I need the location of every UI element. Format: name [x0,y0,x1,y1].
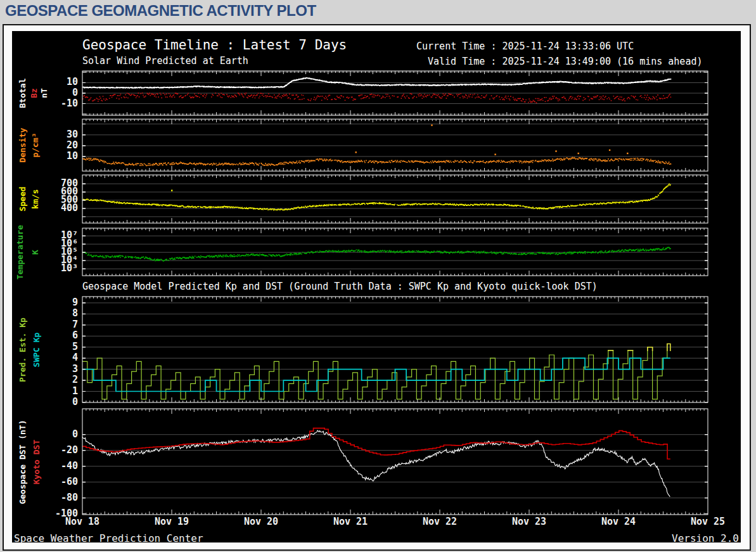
y-tick-label: 30 [48,130,78,139]
axis-label: K [31,250,39,255]
y-tick-label: 10 [48,77,78,87]
x-tick-label: Nov 20 [244,517,278,527]
x-tick-label: Nov 23 [512,517,546,527]
plot-title: Geospace Timeline : Latest 7 Days [82,37,347,53]
axis-label: Bz [30,88,38,98]
geospace-activity-page: GEOSPACE GEOMAGNETIC ACTIVITY PLOT Geosp… [0,0,756,552]
x-tick-label: Nov 24 [601,517,636,527]
footer-source-label: Space Weather Prediction Center [14,532,203,544]
axis-label: p/cm³ [31,132,39,157]
x-tick-label: Nov 21 [333,517,368,527]
axis-label: km/s [31,189,39,209]
axis-label: Kyoto DST [32,439,41,484]
y-tick-label: 4 [48,353,78,363]
y-tick-label: -40 [48,461,78,471]
valid-time-label: Valid Time : 2025-11-24 13:49:00 (16 min… [428,56,702,67]
x-tick-label: Nov 18 [65,517,99,527]
y-tick-label: 6 [48,331,78,340]
plot-canvas: Geospace Timeline : Latest 7 Days Curren… [12,31,741,542]
axis-label: Density [18,128,27,163]
y-tick-label: -10 [48,99,78,108]
y-tick-label: -80 [48,493,78,503]
current-time-label: Current Time : 2025-11-24 13:33:06 UTC [416,41,634,52]
footer-version-label: Version 2.0 [672,532,739,544]
y-tick-label: 0 [48,430,78,439]
plot-frame: Geospace Timeline : Latest 7 Days Curren… [3,24,751,551]
x-tick-label: Nov 25 [691,517,725,527]
axis-label: Geospace DST (nT) [18,420,27,504]
axis-label: Btotal [18,79,27,108]
y-tick-label: 0 [48,397,78,407]
y-tick-label: 2 [48,375,78,385]
y-tick-label: -60 [48,477,78,487]
axis-label: Speed [18,186,27,211]
y-tick-label: 8 [48,309,78,318]
axis-label: nT [40,88,48,98]
y-tick-label: 0 [48,88,78,98]
y-tick-label: 9 [48,298,78,307]
x-tick-label: Nov 22 [423,517,457,527]
y-tick-label: 1 [48,387,78,396]
x-tick-label: Nov 19 [155,517,189,527]
kp-dst-subtitle: Geospace Model Predicted Kp and DST (Gro… [82,281,598,292]
y-tick-label: 3 [48,364,78,374]
y-tick-label: 10³ [48,264,78,273]
axis-label: Temperature [16,224,24,279]
y-tick-label: 10 [48,151,78,161]
y-tick-label: 5 [48,342,78,352]
axis-label: Pred. Est. Kp [18,318,27,382]
page-title: GEOSPACE GEOMAGNETIC ACTIVITY PLOT [5,2,316,20]
y-tick-label: 400 [48,203,78,213]
axis-label: SWPC Kp [32,332,41,367]
y-tick-label: -20 [48,446,78,455]
solar-wind-subtitle: Solar Wind Predicted at Earth [82,55,248,67]
y-tick-label: 20 [48,141,78,150]
y-tick-label: 7 [48,320,78,330]
